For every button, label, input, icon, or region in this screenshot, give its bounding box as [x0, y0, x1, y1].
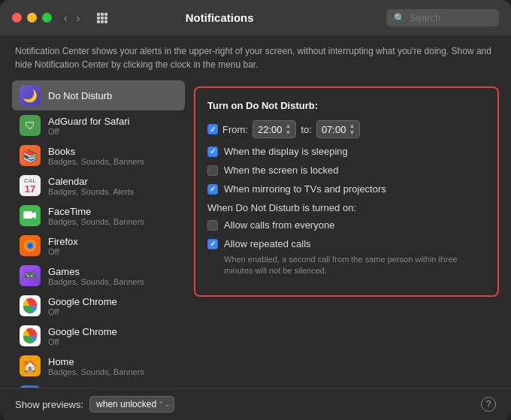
svg-marker-10: [32, 212, 36, 219]
sidebar-item-google-chrome-1[interactable]: Google Chrome Off: [12, 291, 185, 321]
calendar-icon: CAL 17: [20, 175, 41, 196]
traffic-lights: [12, 13, 52, 23]
mirroring-label: When mirroring to TVs and projectors: [224, 183, 386, 195]
when-on-label: When Do Not Disturb is turned on:: [207, 202, 485, 213]
maximize-button[interactable]: [42, 13, 52, 23]
sidebar-item-label: FaceTime: [48, 206, 144, 217]
sidebar-item-google-chrome-2[interactable]: Google Chrome Off: [12, 321, 185, 351]
sidebar-item-subtitle: Badges, Sounds, Banners: [48, 367, 144, 376]
from-to-checkbox[interactable]: [207, 124, 218, 134]
mirroring-checkbox[interactable]: [207, 184, 218, 195]
screen-locked-row: When the screen is locked: [207, 165, 485, 176]
home-icon: 🏠: [20, 355, 41, 376]
dnd-title: Turn on Do Not Disturb:: [207, 100, 485, 111]
sidebar: 🌙 Do Not Disturb 🛡 AdGuard for Safari Of…: [12, 80, 185, 388]
sidebar-item-games[interactable]: 🎮 Games Badges, Sounds, Banners: [12, 261, 185, 291]
search-bar[interactable]: 🔍: [386, 9, 499, 26]
allow-repeated-label: Allow repeated calls: [224, 238, 311, 249]
from-time-input[interactable]: 22:00 ▲▼: [252, 120, 296, 138]
sidebar-item-subtitle: Off: [48, 307, 117, 316]
sidebar-item-calendar[interactable]: CAL 17 Calendar Badges, Sounds, Alerts: [12, 171, 185, 201]
adguard-icon: 🛡: [20, 115, 41, 136]
to-time-value: 07:00: [322, 124, 346, 135]
sidebar-item-subtitle: Badges, Sounds, Alerts: [48, 187, 134, 196]
right-panel: Turn on Do Not Disturb: From: 22:00 ▲▼ t…: [194, 80, 499, 388]
svg-rect-9: [23, 211, 32, 219]
from-time-value: 22:00: [258, 124, 283, 135]
games-icon: 🎮: [20, 265, 41, 286]
allow-repeated-row: Allow repeated calls: [207, 238, 485, 249]
from-label: From:: [222, 124, 248, 135]
sidebar-item-logitech[interactable]: Logitech Options Daemon: [12, 381, 185, 388]
titlebar: ‹ › Notifications 🔍: [0, 0, 511, 35]
sidebar-item-do-not-disturb[interactable]: 🌙 Do Not Disturb: [12, 80, 185, 110]
to-time-stepper[interactable]: ▲▼: [349, 122, 355, 136]
google-chrome-1-icon: [20, 295, 41, 316]
close-button[interactable]: [12, 13, 22, 23]
sidebar-item-label: AdGuard for Safari: [48, 116, 129, 127]
sidebar-item-label: Games: [48, 266, 144, 277]
facetime-icon: [20, 205, 41, 226]
screen-locked-label: When the screen is locked: [224, 165, 338, 176]
allow-everyone-checkbox[interactable]: [207, 220, 218, 231]
sidebar-item-subtitle: Badges, Sounds, Banners: [48, 277, 144, 286]
sidebar-item-label: Calendar: [48, 176, 134, 187]
do-not-disturb-icon: 🌙: [20, 85, 41, 106]
firefox-icon: [20, 235, 41, 256]
sidebar-item-subtitle: Badges, Sounds, Banners: [48, 157, 144, 166]
search-input[interactable]: [410, 12, 491, 23]
sidebar-item-label: Google Chrome: [48, 326, 117, 337]
svg-point-13: [29, 244, 32, 248]
sidebar-item-subtitle: Badges, Sounds, Banners: [48, 217, 144, 226]
preview-select[interactable]: always when unlocked never: [89, 396, 174, 412]
sidebar-item-home[interactable]: 🏠 Home Badges, Sounds, Banners: [12, 351, 185, 381]
display-sleeping-row: When the display is sleeping: [207, 146, 485, 157]
description-text: Notification Center shows your alerts in…: [0, 35, 511, 80]
books-icon: 📚: [20, 145, 41, 166]
screen-locked-checkbox[interactable]: [207, 165, 218, 176]
mirroring-row: When mirroring to TVs and projectors: [207, 183, 485, 195]
help-button[interactable]: ?: [481, 397, 496, 412]
to-time-input[interactable]: 07:00 ▲▼: [316, 120, 360, 138]
main-content: 🌙 Do Not Disturb 🛡 AdGuard for Safari Of…: [0, 80, 511, 388]
display-sleeping-checkbox[interactable]: [207, 147, 218, 157]
to-label: to:: [301, 124, 311, 135]
sidebar-item-label: Books: [48, 146, 144, 157]
sidebar-item-facetime[interactable]: FaceTime Badges, Sounds, Banners: [12, 201, 185, 231]
allow-everyone-label: Allow calls from everyone: [224, 219, 334, 231]
dnd-settings-box: Turn on Do Not Disturb: From: 22:00 ▲▼ t…: [194, 86, 499, 297]
display-sleeping-label: When the display is sleeping: [224, 146, 348, 157]
google-chrome-2-icon: [20, 325, 41, 346]
search-icon: 🔍: [394, 13, 405, 23]
helper-text: When enabled, a second call from the sam…: [224, 254, 485, 277]
sidebar-item-label: Do Not Disturb: [48, 90, 112, 101]
sidebar-item-subtitle: Off: [48, 127, 129, 136]
from-time-stepper[interactable]: ▲▼: [286, 122, 292, 136]
sidebar-item-label: Home: [48, 356, 144, 367]
allow-everyone-row: Allow calls from everyone: [207, 219, 485, 231]
minimize-button[interactable]: [27, 13, 37, 23]
allow-repeated-checkbox[interactable]: [207, 239, 218, 249]
sidebar-item-subtitle: Off: [48, 247, 78, 256]
sidebar-item-adguard[interactable]: 🛡 AdGuard for Safari Off: [12, 110, 185, 141]
sidebar-item-label: Google Chrome: [48, 296, 117, 307]
preview-select-wrapper[interactable]: always when unlocked never: [89, 396, 174, 412]
sidebar-item-label: Firefox: [48, 236, 78, 247]
sidebar-item-firefox[interactable]: Firefox Off: [12, 231, 185, 261]
main-window: ‹ › Notifications 🔍 Notification Center …: [0, 0, 511, 420]
sidebar-item-books[interactable]: 📚 Books Badges, Sounds, Banners: [12, 141, 185, 171]
bottom-bar: Show previews: always when unlocked neve…: [0, 388, 511, 420]
preview-label: Show previews:: [15, 399, 83, 410]
sidebar-item-subtitle: Off: [48, 337, 117, 346]
window-title: Notifications: [62, 11, 377, 24]
